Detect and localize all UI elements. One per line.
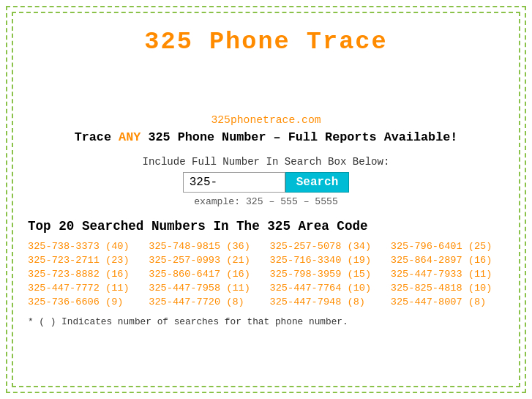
search-example: example: 325 – 555 – 5555 <box>28 196 504 207</box>
top-numbers-heading: Top 20 Searched Numbers In The 325 Area … <box>28 219 504 234</box>
search-button[interactable]: Search <box>285 172 350 193</box>
number-link[interactable]: 325-723-2711 (23) <box>28 255 141 266</box>
page-title: 325 Phone Trace <box>28 28 504 56</box>
number-link[interactable]: 325-748-9815 (36) <box>149 241 262 252</box>
number-link[interactable]: 325-447-7948 (8) <box>270 297 383 307</box>
numbers-grid: 325-738-3373 (40)325-748-9815 (36)325-25… <box>28 241 504 307</box>
search-label: Include Full Number In Search Box Below: <box>28 156 504 168</box>
search-input[interactable] <box>183 172 285 193</box>
number-link[interactable]: 325-860-6417 (16) <box>149 269 262 280</box>
number-link[interactable]: 325-257-5078 (34) <box>270 241 383 252</box>
number-link[interactable]: 325-447-7933 (11) <box>391 269 504 280</box>
number-link[interactable]: 325-796-6401 (25) <box>391 241 504 252</box>
number-link[interactable]: 325-798-3959 (15) <box>270 269 383 280</box>
number-link[interactable]: 325-447-8007 (8) <box>391 297 504 307</box>
number-link[interactable]: 325-447-7764 (10) <box>270 283 383 294</box>
search-section: Include Full Number In Search Box Below:… <box>28 156 504 207</box>
number-link[interactable]: 325-447-7720 (8) <box>149 297 262 307</box>
number-link[interactable]: 325-864-2897 (16) <box>391 255 504 266</box>
tagline-suffix: 325 Phone Number – Full Reports Availabl… <box>141 130 457 144</box>
number-link[interactable]: 325-825-4818 (10) <box>391 283 504 294</box>
tagline-prefix: Trace <box>75 130 119 144</box>
number-link[interactable]: 325-447-7772 (11) <box>28 283 141 294</box>
number-link[interactable]: 325-723-8882 (16) <box>28 269 141 280</box>
tagline-any: ANY <box>119 130 141 144</box>
footnote: * ( ) Indicates number of searches for t… <box>28 316 504 327</box>
number-link[interactable]: 325-738-3373 (40) <box>28 241 141 252</box>
number-link[interactable]: 325-447-7958 (11) <box>149 283 262 294</box>
site-url: 325phonetrace.com <box>28 114 504 126</box>
search-row: Search <box>28 172 504 193</box>
tagline: Trace ANY 325 Phone Number – Full Report… <box>28 130 504 144</box>
number-link[interactable]: 325-257-0993 (21) <box>149 255 262 266</box>
number-link[interactable]: 325-736-6606 (9) <box>28 297 141 307</box>
number-link[interactable]: 325-716-3340 (19) <box>270 255 383 266</box>
